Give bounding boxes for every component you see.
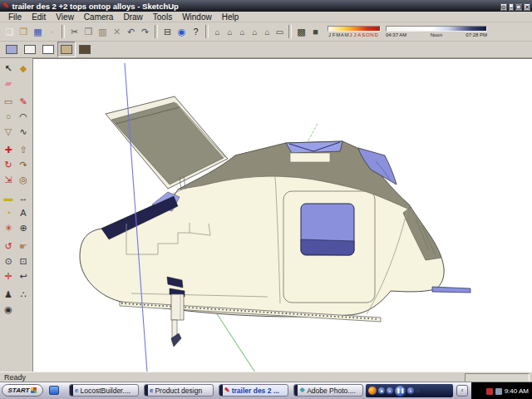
time-slider-track[interactable]	[386, 26, 487, 32]
door-window-lower-band	[301, 239, 354, 255]
menu-file[interactable]: File	[3, 12, 27, 22]
taskbar-chevron-button[interactable]: ‹	[456, 385, 468, 397]
window-title: trailer des 2 +2 tops ontop alloys - Ske…	[12, 2, 179, 11]
circle-tool[interactable]: ○	[1, 110, 16, 123]
paint-bucket-tool[interactable]: ◆	[16, 62, 31, 75]
undo-button[interactable]: ↶	[124, 25, 138, 39]
zoom-previous-tool[interactable]: ↩	[16, 269, 31, 283]
menu-help[interactable]: Help	[217, 12, 244, 22]
shadow-date-slider[interactable]: JFMAMJJASOND	[328, 26, 381, 37]
minimize-button[interactable]: –	[509, 3, 514, 11]
view-back-button[interactable]: ⌂	[261, 25, 273, 39]
shadow-toggle-button[interactable]: ■	[308, 25, 323, 39]
task-app-icon: e	[150, 387, 153, 394]
start-button[interactable]: START	[2, 384, 43, 397]
walk-tool[interactable]: ∴	[16, 288, 31, 301]
rectangle-tool[interactable]: ▭	[1, 95, 16, 108]
select-tool[interactable]: ↖	[1, 62, 16, 75]
dimension-tool[interactable]: ↔	[16, 191, 31, 204]
line-pencil-tool[interactable]: ✎	[16, 95, 31, 108]
wireframe-cube-icon	[24, 45, 36, 54]
menu-edit[interactable]: Edit	[27, 12, 51, 22]
date-slider-track[interactable]	[328, 26, 381, 32]
view-left-button[interactable]: ⌂	[224, 25, 236, 39]
next-track-button[interactable]: »	[407, 387, 414, 394]
shadow-settings-button[interactable]: ▩	[294, 25, 308, 39]
task-app-icon: ❖	[299, 387, 305, 394]
copy-button[interactable]: ❒	[81, 25, 96, 39]
system-tray: 9:40 AM	[471, 382, 532, 399]
restore-button[interactable]: ❐	[515, 3, 522, 11]
previous-track-button[interactable]: «	[387, 387, 393, 394]
polygon-tool[interactable]: ▽	[1, 125, 16, 138]
view-front-button[interactable]: ⌂	[236, 25, 249, 39]
close-button[interactable]: ✕	[524, 3, 530, 11]
tray-volume-icon[interactable]	[495, 388, 502, 395]
pause-button[interactable]: ❚❚	[395, 386, 406, 397]
text-tool[interactable]: A	[16, 206, 31, 219]
face-style-xray-button[interactable]	[2, 42, 21, 57]
position-camera-tool[interactable]: ♟	[1, 288, 16, 301]
task-label: Product design	[155, 387, 202, 395]
task-button[interactable]: eProduct design	[144, 384, 214, 397]
face-style-hidden-line-button[interactable]	[39, 42, 57, 57]
push-pull-tool[interactable]: ⇧	[16, 143, 31, 156]
look-around-tool[interactable]: ◉	[1, 303, 16, 316]
menu-tools[interactable]: Tools	[148, 12, 177, 22]
window-extra-button[interactable]: ⊙	[500, 3, 507, 11]
stop-button[interactable]: ■	[378, 387, 385, 394]
face-style-shaded-button[interactable]	[57, 42, 76, 57]
offset-tool[interactable]: ◎	[16, 173, 31, 186]
protractor-tool[interactable]: ◔	[1, 206, 16, 219]
pan-tool[interactable]: ☛	[16, 239, 31, 253]
follow-me-tool[interactable]: ↷	[16, 158, 31, 171]
menu-draw[interactable]: Draw	[118, 12, 147, 22]
shadow-time-slider[interactable]: 04:37 AMNoon07:28 PM	[386, 26, 487, 37]
task-button[interactable]: eLocostBuilder....	[69, 384, 139, 397]
about-button[interactable]: ◉	[175, 25, 189, 39]
axes-tool[interactable]: ✳	[1, 221, 16, 234]
palette-separator	[1, 91, 32, 94]
hitch-bar	[432, 287, 470, 293]
move-tool[interactable]: ✚	[1, 143, 16, 156]
tape-measure-tool[interactable]: ▬	[1, 191, 16, 204]
cut-button[interactable]: ✂	[67, 25, 81, 39]
redo-button[interactable]: ↷	[138, 25, 152, 39]
zoom-extents-tool[interactable]: ✛	[1, 269, 16, 283]
face-style-wireframe-button[interactable]	[21, 42, 39, 57]
make-component-button[interactable]: ▫	[45, 25, 59, 39]
orbit-tool[interactable]: ↺	[1, 239, 16, 253]
paste-button[interactable]: ▥	[96, 25, 110, 39]
menu-camera[interactable]: Camera	[79, 12, 119, 22]
quick-launch-icon[interactable]	[49, 386, 59, 395]
model-viewport[interactable]	[33, 58, 532, 372]
task-button[interactable]: ❖Adobe Photo....	[293, 384, 363, 397]
title-bar: ✎ trailer des 2 +2 tops ontop alloys - S…	[0, 0, 532, 12]
erase-button[interactable]: ✕	[110, 25, 124, 39]
camera-target-tool[interactable]: ⊕	[16, 221, 31, 234]
view-iso-button[interactable]: ⌂	[211, 25, 224, 39]
menu-view[interactable]: View	[51, 12, 79, 22]
tray-app-icon[interactable]	[486, 388, 493, 395]
scale-tool[interactable]: ⇲	[1, 173, 16, 186]
open-button[interactable]: ❐	[17, 25, 31, 39]
zoom-tool[interactable]: ⊙	[1, 254, 16, 268]
freehand-tool[interactable]: ∿	[16, 125, 31, 138]
help-button[interactable]: ?	[189, 25, 203, 39]
new-button[interactable]: ❏	[2, 25, 17, 39]
face-style-shaded-textures-button[interactable]	[76, 42, 94, 57]
arc-tool[interactable]: ◠	[16, 110, 31, 123]
zoom-window-tool[interactable]: ⊡	[16, 254, 31, 268]
xray-cube-icon	[6, 45, 17, 54]
menu-window[interactable]: Window	[177, 12, 217, 22]
view-right-button[interactable]: ▭	[273, 25, 286, 39]
print-button[interactable]: ⊟	[160, 25, 175, 39]
view-top-button[interactable]: ⌂	[249, 25, 261, 39]
task-button[interactable]: ✎trailer des 2 ...	[219, 384, 288, 397]
eraser-tool[interactable]: ▰	[1, 76, 16, 90]
save-button[interactable]: ▦	[31, 25, 45, 39]
rotate-tool[interactable]: ↻	[1, 158, 16, 171]
menu-bar: FileEditViewCameraDrawToolsWindowHelp	[0, 12, 532, 22]
task-divider	[70, 385, 73, 396]
toolbar-grip[interactable]: ∷	[416, 388, 419, 394]
